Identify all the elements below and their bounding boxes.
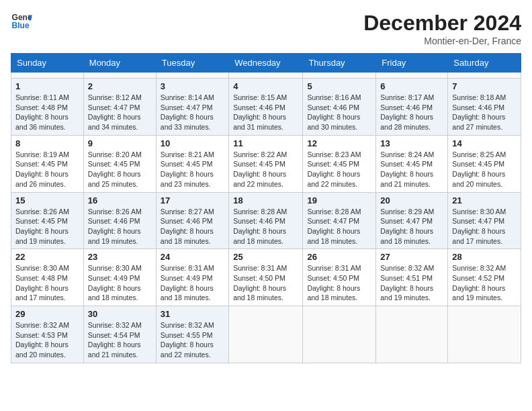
day-number: 9 xyxy=(88,138,152,148)
day-number: 13 xyxy=(380,138,443,148)
header-friday: Friday xyxy=(376,54,448,73)
day-detail: Sunrise: 8:31 AMSunset: 4:49 PMDaylight:… xyxy=(161,263,224,303)
calendar-cell xyxy=(229,73,303,79)
calendar-cell: 22 Sunrise: 8:30 AMSunset: 4:48 PMDaylig… xyxy=(11,249,84,306)
day-detail: Sunrise: 8:28 AMSunset: 4:46 PMDaylight:… xyxy=(233,207,298,246)
day-detail: Sunrise: 8:32 AMSunset: 4:54 PMDaylight:… xyxy=(88,320,152,360)
calendar-cell xyxy=(376,73,448,79)
day-detail: Sunrise: 8:30 AMSunset: 4:49 PMDaylight:… xyxy=(88,263,152,303)
day-detail: Sunrise: 8:32 AMSunset: 4:51 PMDaylight:… xyxy=(380,263,443,303)
day-number: 29 xyxy=(15,309,79,319)
calendar-cell: 31 Sunrise: 8:32 AMSunset: 4:55 PMDaylig… xyxy=(156,306,228,363)
logo: General Blue xyxy=(11,11,32,32)
calendar-row: 29 Sunrise: 8:32 AMSunset: 4:53 PMDaylig… xyxy=(11,306,521,363)
calendar-cell: 10 Sunrise: 8:21 AMSunset: 4:45 PMDaylig… xyxy=(156,135,228,192)
svg-text:Blue: Blue xyxy=(12,21,30,30)
day-detail: Sunrise: 8:14 AMSunset: 4:47 PMDaylight:… xyxy=(161,93,224,132)
day-number: 3 xyxy=(161,81,224,91)
calendar-cell: 14 Sunrise: 8:25 AMSunset: 4:45 PMDaylig… xyxy=(448,135,521,192)
calendar-cell: 1 Sunrise: 8:11 AMSunset: 4:48 PMDayligh… xyxy=(11,79,84,136)
day-detail: Sunrise: 8:30 AMSunset: 4:47 PMDaylight:… xyxy=(452,207,517,246)
day-detail: Sunrise: 8:19 AMSunset: 4:45 PMDaylight:… xyxy=(15,150,79,189)
day-number: 27 xyxy=(380,252,443,262)
calendar-cell: 26 Sunrise: 8:31 AMSunset: 4:50 PMDaylig… xyxy=(303,249,376,306)
day-detail: Sunrise: 8:23 AMSunset: 4:45 PMDaylight:… xyxy=(307,150,371,189)
header-saturday: Saturday xyxy=(448,54,521,73)
header-thursday: Thursday xyxy=(303,54,376,73)
day-detail: Sunrise: 8:22 AMSunset: 4:45 PMDaylight:… xyxy=(233,150,298,189)
day-number: 1 xyxy=(15,81,79,91)
day-number: 31 xyxy=(161,309,224,319)
day-number: 11 xyxy=(233,138,298,148)
calendar-cell: 19 Sunrise: 8:28 AMSunset: 4:47 PMDaylig… xyxy=(303,192,376,249)
day-number: 28 xyxy=(452,252,517,262)
day-detail: Sunrise: 8:32 AMSunset: 4:55 PMDaylight:… xyxy=(161,320,224,360)
day-number: 22 xyxy=(15,252,79,262)
day-number: 7 xyxy=(452,81,517,91)
day-detail: Sunrise: 8:26 AMSunset: 4:45 PMDaylight:… xyxy=(15,207,79,246)
calendar-cell: 30 Sunrise: 8:32 AMSunset: 4:54 PMDaylig… xyxy=(83,306,156,363)
calendar-row: 8 Sunrise: 8:19 AMSunset: 4:45 PMDayligh… xyxy=(11,135,521,192)
calendar-cell: 5 Sunrise: 8:16 AMSunset: 4:46 PMDayligh… xyxy=(303,79,376,136)
day-number: 25 xyxy=(233,252,298,262)
calendar-cell: 6 Sunrise: 8:17 AMSunset: 4:46 PMDayligh… xyxy=(376,79,448,136)
day-number: 19 xyxy=(307,195,371,205)
day-number: 5 xyxy=(307,81,371,91)
day-detail: Sunrise: 8:31 AMSunset: 4:50 PMDaylight:… xyxy=(307,263,371,303)
calendar-cell: 23 Sunrise: 8:30 AMSunset: 4:49 PMDaylig… xyxy=(83,249,156,306)
calendar-cell xyxy=(83,73,156,79)
calendar-cell: 3 Sunrise: 8:14 AMSunset: 4:47 PMDayligh… xyxy=(156,79,228,136)
calendar-cell: 7 Sunrise: 8:18 AMSunset: 4:46 PMDayligh… xyxy=(448,79,521,136)
calendar-cell xyxy=(448,306,521,363)
day-number: 2 xyxy=(88,81,152,91)
day-number: 18 xyxy=(233,195,298,205)
day-number: 14 xyxy=(452,138,517,148)
day-detail: Sunrise: 8:21 AMSunset: 4:45 PMDaylight:… xyxy=(161,150,224,189)
calendar-row: 1 Sunrise: 8:11 AMSunset: 4:48 PMDayligh… xyxy=(11,79,521,136)
header-sunday: Sunday xyxy=(11,54,84,73)
title-area: December 2024 Montier-en-Der, France xyxy=(363,11,521,46)
day-detail: Sunrise: 8:32 AMSunset: 4:52 PMDaylight:… xyxy=(452,263,517,303)
calendar-cell: 24 Sunrise: 8:31 AMSunset: 4:49 PMDaylig… xyxy=(156,249,228,306)
calendar-cell: 28 Sunrise: 8:32 AMSunset: 4:52 PMDaylig… xyxy=(448,249,521,306)
calendar-cell: 4 Sunrise: 8:15 AMSunset: 4:46 PMDayligh… xyxy=(229,79,303,136)
calendar-row xyxy=(11,73,521,79)
day-detail: Sunrise: 8:16 AMSunset: 4:46 PMDaylight:… xyxy=(307,93,371,132)
day-detail: Sunrise: 8:29 AMSunset: 4:47 PMDaylight:… xyxy=(380,207,443,246)
calendar-cell: 17 Sunrise: 8:27 AMSunset: 4:46 PMDaylig… xyxy=(156,192,228,249)
calendar-cell: 2 Sunrise: 8:12 AMSunset: 4:47 PMDayligh… xyxy=(83,79,156,136)
day-detail: Sunrise: 8:17 AMSunset: 4:46 PMDaylight:… xyxy=(380,93,443,132)
calendar-cell: 12 Sunrise: 8:23 AMSunset: 4:45 PMDaylig… xyxy=(303,135,376,192)
day-detail: Sunrise: 8:26 AMSunset: 4:46 PMDaylight:… xyxy=(88,207,152,246)
calendar-cell xyxy=(448,73,521,79)
calendar-row: 15 Sunrise: 8:26 AMSunset: 4:45 PMDaylig… xyxy=(11,192,521,249)
day-detail: Sunrise: 8:27 AMSunset: 4:46 PMDaylight:… xyxy=(161,207,224,246)
day-number: 12 xyxy=(307,138,371,148)
day-detail: Sunrise: 8:32 AMSunset: 4:53 PMDaylight:… xyxy=(15,320,79,360)
day-number: 21 xyxy=(452,195,517,205)
day-number: 26 xyxy=(307,252,371,262)
calendar-cell: 16 Sunrise: 8:26 AMSunset: 4:46 PMDaylig… xyxy=(83,192,156,249)
day-number: 16 xyxy=(88,195,152,205)
calendar-cell xyxy=(156,73,228,79)
calendar-header-row: Sunday Monday Tuesday Wednesday Thursday… xyxy=(11,54,521,73)
day-number: 30 xyxy=(88,309,152,319)
calendar-cell xyxy=(11,73,84,79)
calendar-cell: 8 Sunrise: 8:19 AMSunset: 4:45 PMDayligh… xyxy=(11,135,84,192)
day-detail: Sunrise: 8:31 AMSunset: 4:50 PMDaylight:… xyxy=(233,263,298,303)
day-detail: Sunrise: 8:20 AMSunset: 4:45 PMDaylight:… xyxy=(88,150,152,189)
day-number: 15 xyxy=(15,195,79,205)
calendar-cell: 29 Sunrise: 8:32 AMSunset: 4:53 PMDaylig… xyxy=(11,306,84,363)
calendar-row: 22 Sunrise: 8:30 AMSunset: 4:48 PMDaylig… xyxy=(11,249,521,306)
day-number: 8 xyxy=(15,138,79,148)
day-detail: Sunrise: 8:28 AMSunset: 4:47 PMDaylight:… xyxy=(307,207,371,246)
day-number: 4 xyxy=(233,81,298,91)
header-tuesday: Tuesday xyxy=(156,54,228,73)
header-wednesday: Wednesday xyxy=(229,54,303,73)
calendar-cell xyxy=(376,306,448,363)
day-number: 20 xyxy=(380,195,443,205)
day-number: 23 xyxy=(88,252,152,262)
header-monday: Monday xyxy=(83,54,156,73)
logo-icon: General Blue xyxy=(11,11,32,32)
calendar-cell: 20 Sunrise: 8:29 AMSunset: 4:47 PMDaylig… xyxy=(376,192,448,249)
